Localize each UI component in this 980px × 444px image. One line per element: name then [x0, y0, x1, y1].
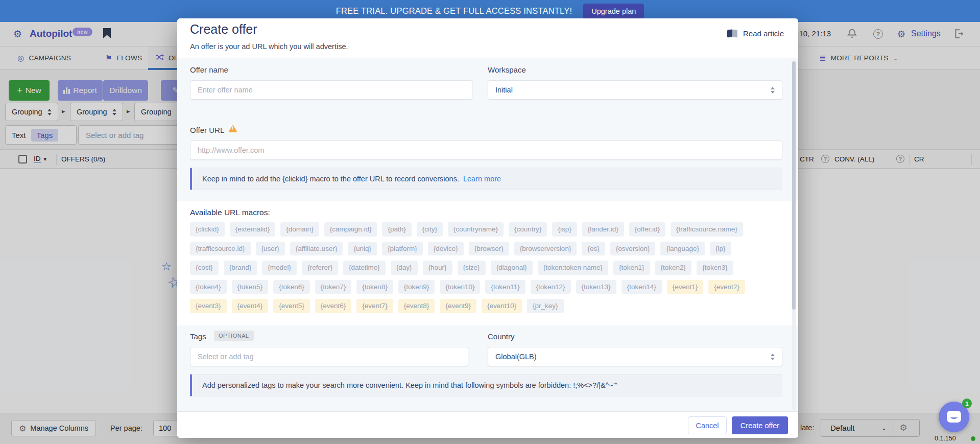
macro-chip[interactable]: {size}	[458, 261, 486, 275]
macro-chip[interactable]: {token4}	[190, 280, 227, 294]
read-article-link[interactable]: Read article	[727, 29, 784, 38]
macro-chip[interactable]: {ip}	[710, 242, 731, 256]
macro-chip[interactable]: {datetime}	[343, 261, 386, 275]
macro-chip[interactable]: {browserversion}	[514, 242, 577, 256]
macro-chip[interactable]: {token11}	[485, 280, 525, 294]
macro-chip[interactable]: {token:token name}	[538, 261, 608, 275]
macro-chip[interactable]: {browser}	[469, 242, 509, 256]
modal-scrollbar-thumb[interactable]	[792, 61, 796, 310]
macro-chip[interactable]: {path}	[382, 222, 411, 237]
macro-chip[interactable]: {event7}	[356, 299, 393, 313]
macro-chip[interactable]: {token3}	[697, 261, 733, 275]
macro-chip[interactable]: {event10}	[482, 299, 522, 313]
macro-chip[interactable]: {hour}	[423, 261, 452, 275]
macro-chip[interactable]: {model}	[262, 261, 297, 275]
learn-more-link[interactable]: Learn more	[463, 175, 501, 183]
macro-chip[interactable]: {externalid}	[230, 222, 276, 237]
macro-chip[interactable]: {event4}	[232, 299, 269, 313]
macro-chip[interactable]: {cost}	[190, 261, 219, 275]
macro-chip[interactable]: {offer.id}	[629, 222, 665, 237]
macro-chip[interactable]: {token6}	[273, 280, 310, 294]
updown-icon	[771, 354, 775, 360]
tags-note: Add personalized tags to make your searc…	[190, 374, 782, 396]
create-offer-modal: Create offer An offer is your ad URL whi…	[177, 18, 798, 438]
macro-chip[interactable]: {token13}	[576, 280, 616, 294]
macro-chip[interactable]: {campaign.id}	[324, 222, 377, 237]
macro-chip[interactable]: {city}	[417, 222, 443, 237]
macro-chip[interactable]: {countryname}	[448, 222, 504, 237]
macro-chip[interactable]: {lander.id}	[582, 222, 624, 237]
tags-note-text: Add personalized tags to make your searc…	[202, 381, 617, 389]
country-select[interactable]: Global(GLB)	[488, 347, 782, 366]
modal-footer: Cancel Create offer	[177, 411, 798, 438]
create-offer-button[interactable]: Create offer	[732, 416, 788, 434]
app-root: FREE TRIAL. UPGRADE & GET FULL ACCESS IN…	[0, 0, 980, 444]
read-article-label: Read article	[743, 29, 784, 38]
country-value: Global(GLB)	[495, 353, 537, 361]
offer-name-input[interactable]	[190, 80, 472, 100]
macro-chip[interactable]: {osversion}	[610, 242, 656, 256]
macro-chip[interactable]: {platform}	[382, 242, 423, 256]
macro-chip[interactable]: {token5}	[232, 280, 269, 294]
macro-chip[interactable]: {device}	[428, 242, 464, 256]
macro-chip[interactable]: {pr_key}	[527, 299, 564, 313]
macro-chip[interactable]: {token8}	[356, 280, 393, 294]
macro-chip[interactable]: {token1}	[613, 261, 650, 275]
clickid-note-text: Keep in mind to add the {clickid} macro …	[202, 175, 459, 183]
macro-chip[interactable]: {uniq}	[348, 242, 377, 256]
promo-text: FREE TRIAL. UPGRADE & GET FULL ACCESS IN…	[336, 6, 572, 16]
macro-chip[interactable]: {brand}	[224, 261, 257, 275]
workspace-label: Workspace	[488, 65, 526, 74]
tags-input[interactable]	[190, 347, 468, 366]
modal-title: Create offer	[190, 22, 257, 37]
macro-chip[interactable]: {event5}	[273, 299, 310, 313]
workspace-value: Initial	[495, 86, 513, 94]
macros-section: Available URL macros: {clickid}{external…	[177, 201, 798, 325]
macro-chip[interactable]: {token9}	[398, 280, 435, 294]
macro-chip[interactable]: {language}	[660, 242, 705, 256]
modal-header: Create offer An offer is your ad URL whi…	[177, 18, 798, 58]
macro-chip[interactable]: {day}	[391, 261, 418, 275]
macro-chip[interactable]: {affiliate.user}	[290, 242, 343, 256]
macro-rows: {clickid}{externalid}{domain}{campaign.i…	[190, 222, 785, 318]
macro-chip[interactable]: {event6}	[315, 299, 352, 313]
macro-chip[interactable]: {user}	[256, 242, 285, 256]
workspace-select[interactable]: Initial	[488, 80, 782, 100]
macro-chip[interactable]: {diagonal}	[491, 261, 533, 275]
macros-title: Available URL macros:	[190, 208, 270, 217]
book-icon	[727, 30, 738, 38]
macro-chip[interactable]: {os}	[582, 242, 605, 256]
macro-chip[interactable]: {event2}	[708, 280, 745, 294]
macro-chip[interactable]: {token12}	[531, 280, 571, 294]
macro-chip[interactable]: {token14}	[622, 280, 662, 294]
macro-chip[interactable]: {isp}	[552, 222, 577, 237]
macro-chip[interactable]: {clickid}	[190, 222, 225, 237]
macro-chip[interactable]: {event1}	[667, 280, 704, 294]
macro-chip[interactable]: {referer}	[302, 261, 338, 275]
country-label: Country	[488, 332, 515, 341]
macro-chip[interactable]: {event3}	[190, 299, 227, 313]
chat-unread-badge: 1	[962, 399, 972, 408]
chat-bubble-icon	[947, 411, 961, 423]
macro-chip[interactable]: {trafficsource.id}	[190, 242, 251, 256]
tags-label: Tags	[190, 332, 206, 341]
offer-name-label: Offer name	[190, 65, 228, 74]
macro-chip[interactable]: {token7}	[315, 280, 352, 294]
macro-chip[interactable]: {trafficsource.name}	[671, 222, 743, 237]
upgrade-plan-button[interactable]: Upgrade plan	[583, 4, 644, 19]
warning-icon	[228, 125, 237, 132]
clickid-note: Keep in mind to add the {clickid} macro …	[190, 168, 782, 190]
macro-chip[interactable]: {domain}	[280, 222, 319, 237]
macro-chip[interactable]: {event8}	[398, 299, 435, 313]
macro-chip[interactable]: {token10}	[440, 280, 480, 294]
macro-chip[interactable]: {country}	[509, 222, 547, 237]
macro-chip[interactable]: {token2}	[655, 261, 692, 275]
updown-icon	[771, 87, 775, 94]
cancel-button[interactable]: Cancel	[688, 416, 727, 434]
optional-badge: OPTIONAL	[214, 331, 254, 341]
modal-subtitle: An offer is your ad URL which you will a…	[190, 42, 348, 51]
macro-chip[interactable]: {event9}	[440, 299, 476, 313]
offer-url-label: Offer URL	[190, 126, 224, 134]
offer-url-input[interactable]	[190, 141, 782, 160]
